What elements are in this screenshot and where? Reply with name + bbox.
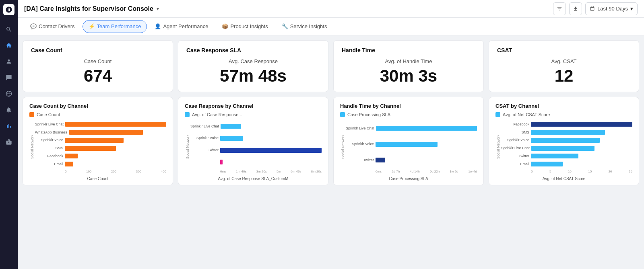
bar-1-2 xyxy=(220,148,322,153)
bar-3-5 xyxy=(531,162,563,166)
bar-row-0-1: WhatsApp Business xyxy=(35,128,166,136)
bar-container-0-3 xyxy=(65,146,166,151)
service-insights-icon: 🔧 xyxy=(282,23,288,29)
person-badge-icon[interactable] xyxy=(4,138,13,146)
page-title: [DA] Care Insights for Supervisor Consol… xyxy=(24,5,153,12)
x-label-3: 5 xyxy=(549,170,551,173)
tab-agent-performance-label: Agent Performance xyxy=(163,23,208,29)
bar-row-2-1: Sprinklr Voice xyxy=(346,136,477,152)
bar-label-3-5: Email xyxy=(501,162,529,166)
chart-title-1: Case Response by Channel xyxy=(185,103,322,109)
bar-container-3-5 xyxy=(531,162,632,166)
home-icon[interactable] xyxy=(4,41,13,50)
tab-product-insights[interactable]: 📦 Product Insights xyxy=(216,20,274,33)
chart-card-3: CSAT by ChannelAvg. of Net CSAT ScoreSoc… xyxy=(489,97,639,185)
bar-row-1-1: Sprinklr Voice xyxy=(190,132,322,144)
bar-container-3-1 xyxy=(531,130,632,135)
bar-label-2-2: Twitter xyxy=(346,158,374,162)
y-axis-0: Social Network xyxy=(29,120,35,173)
download-button[interactable] xyxy=(569,2,582,15)
bar-row-0-0: Sprinklr Live Chat xyxy=(35,120,166,128)
x-label-2: 2d 7h xyxy=(392,170,400,173)
contact-drivers-icon: 💬 xyxy=(30,23,37,29)
bar-label-0-2: Sprinklr Voice xyxy=(35,138,63,142)
bar-2-0 xyxy=(376,126,477,131)
legend-label-3: Avg. of Net CSAT Score xyxy=(503,112,550,117)
tab-service-insights[interactable]: 🔧 Service Insights xyxy=(276,20,333,33)
bar-2-1 xyxy=(376,142,438,147)
x-label-3: 25 xyxy=(629,170,632,173)
kpi-case-count-body: Case Count 674 xyxy=(31,58,165,85)
kpi-response-sla-title: Case Response SLA xyxy=(186,47,320,53)
chart-legend-1: Avg. of Case Response... xyxy=(185,112,322,117)
bar-label-0-0: Sprinklr Live Chat xyxy=(35,122,64,127)
bar-label-1-0: Sprinklr Live Chat xyxy=(190,124,219,129)
main-content: [DA] Care Insights for Supervisor Consol… xyxy=(18,0,644,269)
app-logo[interactable] xyxy=(3,4,14,15)
bell-icon[interactable] xyxy=(4,105,13,114)
x-label-2: 1w 2d xyxy=(450,170,458,173)
bar-container-1-0 xyxy=(221,124,322,129)
bar-row-1-4 xyxy=(190,156,322,168)
kpi-csat-label: Avg. CSAT xyxy=(551,58,576,64)
search-icon[interactable] xyxy=(4,25,13,34)
bar-container-0-2 xyxy=(65,138,166,143)
filter-button[interactable] xyxy=(553,2,566,15)
legend-dot-3 xyxy=(495,112,500,117)
chart-icon[interactable] xyxy=(4,121,13,130)
bar-row-3-5: Email xyxy=(501,160,632,168)
date-range-button[interactable]: Last 90 Days ▾ xyxy=(585,2,638,15)
globe-icon[interactable] xyxy=(4,89,13,98)
tab-agent-performance[interactable]: 👤 Agent Performance xyxy=(149,20,214,33)
sidebar xyxy=(0,0,18,269)
tab-contact-drivers-label: Contact Drivers xyxy=(39,23,75,29)
x-label-2: 1w 4d xyxy=(469,170,477,173)
chat-icon[interactable] xyxy=(4,73,13,82)
legend-label-1: Avg. of Case Response... xyxy=(192,112,242,117)
bar-2-2 xyxy=(376,158,385,162)
kpi-handle-time-body: Avg. of Handle Time 30m 3s xyxy=(342,58,475,85)
bar-row-1-0: Sprinklr Live Chat xyxy=(190,120,322,132)
tab-contact-drivers[interactable]: 💬 Contact Drivers xyxy=(24,20,81,33)
bar-1-4 xyxy=(220,160,223,164)
chart-inner-2: Sprinklr Live ChatSprinklr VoiceTwitter0… xyxy=(346,120,477,173)
bar-0-2 xyxy=(65,138,124,143)
kpi-case-count-title: Case Count xyxy=(31,47,165,53)
user-icon[interactable] xyxy=(4,57,13,66)
bar-row-2-0: Sprinklr Live Chat xyxy=(346,120,477,136)
kpi-case-count-label: Case Count xyxy=(84,58,112,64)
chart-inner-1: Sprinklr Live ChatSprinklr VoiceTwitter0… xyxy=(190,120,322,173)
bar-row-2-2: Twitter xyxy=(346,152,477,168)
chart-row: Case Count by ChannelCase CountSocial Ne… xyxy=(23,97,639,185)
bar-row-3-1: SMS xyxy=(501,128,632,136)
bar-container-2-0 xyxy=(376,126,477,131)
bar-label-1-1: Sprinklr Voice xyxy=(190,136,219,140)
x-label-1: 0ms xyxy=(220,170,226,173)
bar-label-2-1: Sprinklr Voice xyxy=(346,142,374,146)
x-label-0: 100 xyxy=(86,170,91,173)
legend-dot-2 xyxy=(340,112,345,117)
bar-container-3-3 xyxy=(531,146,632,151)
legend-dot-1 xyxy=(185,112,190,117)
bar-0-3 xyxy=(65,146,116,151)
bar-container-3-2 xyxy=(531,138,632,143)
chart-footer-0: Case Count xyxy=(29,177,166,181)
bar-row-0-2: Sprinklr Voice xyxy=(35,136,166,144)
bar-row-3-0: Facebook xyxy=(501,120,632,128)
kpi-response-sla-value: 57m 48s xyxy=(220,67,287,85)
chart-inner-3: FacebookSMSSprinklr VoiceSprinklr Live C… xyxy=(501,120,632,173)
title-chevron[interactable]: ▾ xyxy=(157,6,159,12)
bar-0-5 xyxy=(65,162,73,166)
bar-3-2 xyxy=(531,138,600,143)
x-label-3: 15 xyxy=(588,170,592,173)
x-label-3: 0 xyxy=(531,170,533,173)
dashboard-content: Case Count Case Count 674 Case Response … xyxy=(18,35,644,269)
x-axis-3: 0510152025 xyxy=(501,170,632,173)
bar-3-3 xyxy=(531,146,594,151)
tab-team-performance[interactable]: ⚡ Team Performance xyxy=(83,20,147,33)
kpi-case-count-value: 674 xyxy=(84,67,112,85)
chart-area-2: Social NetworkSprinklr Live ChatSprinklr… xyxy=(340,120,477,173)
bar-container-0-4 xyxy=(65,154,166,158)
bar-3-4 xyxy=(531,154,578,158)
y-axis-1: Social Network xyxy=(185,120,190,173)
